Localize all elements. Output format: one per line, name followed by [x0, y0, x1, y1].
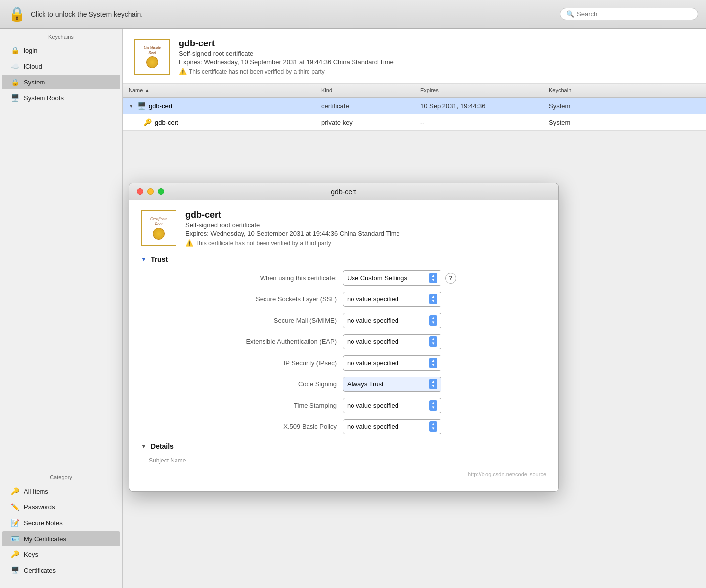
x509-arrows: ▲ ▼	[429, 421, 437, 432]
when-using-select[interactable]: Use Custom Settings ▲ ▼	[343, 270, 441, 286]
sidebar-item-certificates[interactable]: 🖥️ Certificates	[2, 563, 120, 578]
trust-section-header[interactable]: ▼ Trust	[141, 255, 546, 263]
col-expires[interactable]: Expires	[414, 85, 543, 95]
cert-seal	[146, 56, 158, 68]
trust-collapse-arrow: ▼	[141, 256, 147, 263]
ssl-control: no value specified ▲ ▼	[343, 292, 441, 307]
sidebar-item-keys-label: Keys	[24, 551, 38, 558]
search-icon: 🔍	[566, 10, 574, 18]
sidebar-item-keys[interactable]: 🔑 Keys	[2, 547, 120, 562]
ipsec-select[interactable]: no value specified ▲ ▼	[343, 355, 441, 371]
trust-smime-row: Secure Mail (S/MIME) no value specified …	[141, 313, 546, 328]
row2-keychain-cell: System	[543, 118, 706, 127]
traffic-lights	[137, 188, 164, 195]
row2-expires: --	[420, 119, 425, 126]
watermark: http://blog.csdn.net/code_source	[141, 467, 546, 481]
search-box[interactable]: 🔍	[560, 8, 698, 20]
my-certs-icon: 🪪	[10, 534, 20, 544]
cert-info: gdb-cert Self-signed root certificate Ex…	[179, 39, 394, 75]
eap-select[interactable]: no value specified ▲ ▼	[343, 334, 441, 349]
table-row[interactable]: ▼ 🖥️ gdb-cert certificate 10 Sep 2031, 1…	[123, 98, 706, 114]
sidebar-item-all-items-label: All Items	[24, 488, 48, 495]
time-stamping-control: no value specified ▲ ▼	[343, 398, 441, 413]
all-items-icon: 🔑	[10, 486, 20, 496]
lock-icon: 🔒	[8, 5, 26, 23]
details-header[interactable]: ▼ Details	[141, 442, 546, 450]
sidebar-item-login-label: login	[24, 47, 37, 54]
minimize-button[interactable]	[147, 188, 154, 195]
sidebar-item-all-items[interactable]: 🔑 All Items	[2, 484, 120, 499]
dialog-cert-thumb-text: CertificateRoot	[150, 217, 167, 226]
key-row-icon: 🔑	[143, 118, 152, 126]
ssl-value: no value specified	[347, 295, 425, 303]
trust-eap-row: Extensible Authentication (EAP) no value…	[141, 334, 546, 349]
sidebar-item-system[interactable]: 🔒 System	[2, 75, 120, 89]
dialog-titlebar: gdb-cert	[129, 183, 558, 200]
smime-label: Secure Mail (S/MIME)	[149, 317, 337, 324]
code-signing-label: Code Signing	[149, 380, 337, 388]
maximize-button[interactable]	[158, 188, 164, 195]
ssl-select[interactable]: no value specified ▲ ▼	[343, 292, 441, 307]
smime-select[interactable]: no value specified ▲ ▼	[343, 313, 441, 328]
dialog-title: gdb-cert	[331, 188, 356, 196]
col-keychain[interactable]: Keychain	[543, 85, 706, 95]
sidebar-item-icloud-label: iCloud	[24, 63, 42, 70]
col-name[interactable]: Name ▲	[123, 85, 315, 95]
trust-x509-row: X.509 Basic Policy no value specified ▲ …	[141, 419, 546, 434]
when-using-control: Use Custom Settings ▲ ▼ ?	[343, 270, 456, 286]
select-arrows: ▲ ▼	[429, 273, 437, 283]
cert-thumb-text: CertificateRoot	[144, 45, 161, 55]
row2-keychain: System	[549, 119, 570, 126]
when-using-label: When using this certificate:	[149, 274, 337, 282]
x509-label: X.509 Basic Policy	[149, 423, 337, 430]
lock-area[interactable]: 🔒 Click to unlock the System keychain.	[8, 5, 143, 23]
ipsec-control: no value specified ▲ ▼	[343, 355, 441, 371]
code-signing-arrows: ▲ ▼	[429, 379, 437, 389]
col-kind[interactable]: Kind	[315, 85, 414, 95]
table-row[interactable]: 🔑 gdb-cert private key -- System	[123, 114, 706, 130]
details-section-label: Details	[151, 442, 174, 450]
sidebar-item-certificates-label: Certificates	[24, 567, 56, 574]
keychains-label: Keychains	[0, 29, 122, 42]
login-icon: 🔒	[10, 45, 20, 55]
time-stamping-label: Time Stamping	[149, 402, 337, 409]
sidebar-item-passwords[interactable]: ✏️ Passwords	[2, 500, 120, 514]
row1-keychain-cell: System	[543, 101, 706, 111]
search-input[interactable]	[577, 10, 692, 18]
cert-row-icon: 🖥️	[137, 102, 146, 110]
sidebar-item-my-certificates[interactable]: 🪪 My Certificates	[2, 531, 120, 546]
sidebar-item-secure-notes[interactable]: 📝 Secure Notes	[2, 515, 120, 530]
help-button[interactable]: ?	[445, 273, 456, 284]
close-button[interactable]	[137, 188, 143, 195]
sidebar-item-login[interactable]: 🔒 login	[2, 43, 120, 58]
row1-name: gdb-cert	[149, 102, 173, 110]
ssl-label: Secure Sockets Layer (SSL)	[149, 295, 337, 303]
category-label: Category	[0, 469, 122, 483]
cert-header-area: CertificateRoot gdb-cert Self-signed roo…	[123, 29, 706, 84]
dialog-warning-icon: ⚠️	[185, 239, 193, 247]
sidebar-item-icloud[interactable]: ☁️ iCloud	[2, 59, 120, 74]
smime-control: no value specified ▲ ▼	[343, 313, 441, 328]
time-stamping-value: no value specified	[347, 402, 425, 409]
x509-value: no value specified	[347, 423, 425, 430]
x509-select[interactable]: no value specified ▲ ▼	[343, 419, 441, 434]
trust-code-signing-row: Code Signing Always Trust ▲ ▼	[141, 377, 546, 392]
time-stamping-select[interactable]: no value specified ▲ ▼	[343, 398, 441, 413]
subject-name-label: Subject Name	[149, 457, 248, 464]
trust-section-label: Trust	[151, 255, 168, 263]
trust-when-using-row: When using this certificate: Use Custom …	[141, 270, 546, 286]
cert-dialog: gdb-cert CertificateRoot gdb-cert Self-s…	[129, 183, 559, 492]
row1-kind-cell: certificate	[315, 101, 414, 111]
code-signing-control: Always Trust ▲ ▼	[343, 377, 441, 392]
sidebar-item-system-roots[interactable]: 🖥️ System Roots	[2, 90, 120, 105]
sidebar-item-passwords-label: Passwords	[24, 504, 55, 511]
row1-keychain: System	[549, 102, 570, 110]
toolbar-title: Click to unlock the System keychain.	[31, 10, 143, 18]
system-icon: 🔒	[10, 77, 20, 87]
details-row-subject: Subject Name	[141, 454, 546, 467]
cert-type: Self-signed root certificate	[179, 50, 394, 57]
code-signing-select[interactable]: Always Trust ▲ ▼	[343, 377, 441, 392]
sidebar-divider	[0, 110, 122, 110]
row1-kind: certificate	[321, 102, 349, 110]
system-roots-icon: 🖥️	[10, 93, 20, 103]
